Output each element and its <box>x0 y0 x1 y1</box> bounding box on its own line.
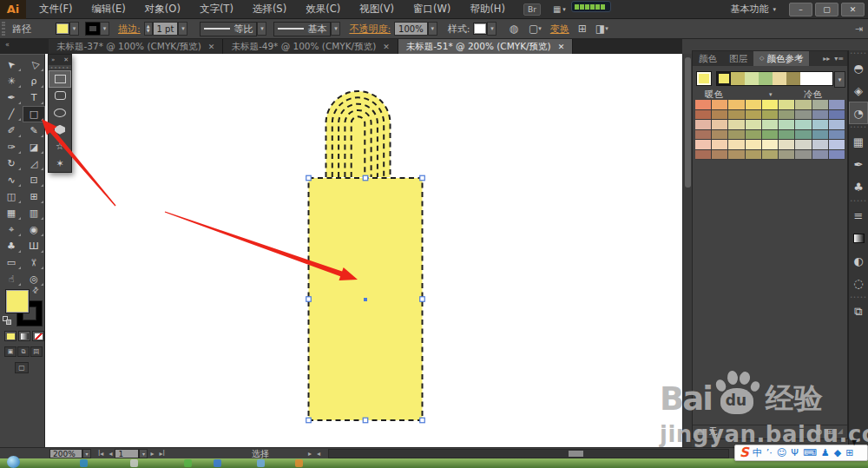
sogou-logo[interactable]: S <box>740 445 749 460</box>
taskbar-app-icon[interactable] <box>184 459 192 467</box>
harmony-color-swatch[interactable] <box>773 72 786 85</box>
control-bar-grip[interactable] <box>2 22 5 36</box>
magic-wand-tool[interactable]: ✳ <box>0 73 23 89</box>
flyout-close-icon[interactable]: ✕ <box>63 56 69 63</box>
layers-panel-icon[interactable]: ◈ <box>849 79 868 102</box>
gradient-mode-button[interactable] <box>18 331 30 341</box>
perspective-grid-tool[interactable]: ⊞ <box>23 188 45 205</box>
edit-colors-icon[interactable]: ◍ <box>815 427 822 436</box>
harmony-color-swatch[interactable] <box>717 72 731 85</box>
taskbar-app-icon[interactable] <box>80 459 88 467</box>
menu-item[interactable]: 文件(F) <box>30 0 82 18</box>
arrange-documents-icon[interactable]: ▦▾ <box>553 4 566 14</box>
scroll-left-button[interactable]: ◂ <box>314 450 323 458</box>
color-variation-swatch[interactable] <box>829 140 845 150</box>
draw-normal-button[interactable]: ▣ <box>4 346 16 357</box>
color-variation-swatch[interactable] <box>728 120 745 130</box>
color-variation-swatch[interactable] <box>746 140 762 150</box>
color-panel-icon[interactable]: ◓ <box>849 56 868 79</box>
save-color-group-icon[interactable]: ⊞ <box>826 427 833 436</box>
dock-grip[interactable]: ••••• <box>849 198 868 204</box>
panel-resize-grip[interactable]: ◢ <box>838 427 843 435</box>
color-variation-swatch[interactable] <box>762 150 779 161</box>
direct-selection-tool[interactable]: ▷ <box>23 56 45 73</box>
stroke-width-input[interactable]: 1 pt <box>153 22 179 36</box>
eyedropper-tool[interactable]: ⌖ <box>0 221 23 238</box>
document-tab[interactable]: 未标题-49* @ 100% (CMYK/预览)✕ <box>223 39 398 54</box>
color-variation-swatch[interactable] <box>779 120 795 130</box>
style-swatch[interactable] <box>473 23 487 35</box>
menu-item[interactable]: 文字(T) <box>190 0 243 18</box>
prev-artboard-button[interactable]: ◂ <box>106 450 115 458</box>
ime-chinese-icon[interactable]: 中 <box>753 445 762 460</box>
color-variation-swatch[interactable] <box>728 150 745 161</box>
rectangle-tool[interactable]: □ <box>23 106 45 122</box>
color-variation-swatch[interactable] <box>762 100 779 110</box>
select-similar-dropdown[interactable]: ▾ <box>538 25 542 32</box>
artboard-number-input[interactable]: 1 <box>115 449 139 458</box>
mesh-tool[interactable]: ▦ <box>0 205 23 221</box>
color-variation-swatch[interactable] <box>812 130 829 141</box>
fill-color-swatch[interactable] <box>56 23 69 35</box>
blend-tool[interactable]: ◉ <box>23 221 45 238</box>
draw-behind-button[interactable]: ⧉ <box>17 346 30 357</box>
shape-builder-tool[interactable]: ◫ <box>0 188 23 205</box>
color-variation-swatch[interactable] <box>795 120 812 130</box>
color-variation-swatch[interactable] <box>812 150 829 161</box>
menu-item[interactable]: 对象(O) <box>135 0 190 18</box>
color-variation-swatch[interactable] <box>795 140 812 150</box>
line-segment-tool[interactable]: ╱ <box>0 106 23 122</box>
star-tool[interactable]: ☆ <box>49 138 71 155</box>
collapse-tools-icon[interactable]: « <box>2 41 13 49</box>
first-artboard-button[interactable]: Ι◂ <box>95 450 106 458</box>
color-variation-swatch[interactable] <box>812 140 829 150</box>
color-variation-swatch[interactable] <box>829 120 845 130</box>
tab-color-guide[interactable]: ◇颜色参考 <box>753 51 809 66</box>
gradient-panel-icon[interactable] <box>849 227 868 249</box>
ime-account-icon[interactable]: ♟ <box>821 445 830 460</box>
blob-brush-tool[interactable]: ✑ <box>0 139 23 155</box>
opacity-link[interactable]: 不透明度: <box>349 23 391 36</box>
document-tab[interactable]: 未标题-37* @ 100% (CMYK/预览)✕ <box>49 39 223 54</box>
color-variation-swatch[interactable] <box>728 110 745 121</box>
color-variation-swatch[interactable] <box>779 140 795 150</box>
bridge-button[interactable]: Br <box>523 3 541 16</box>
width-profile-select[interactable]: 等比 <box>200 22 257 36</box>
color-variation-swatch[interactable] <box>746 130 762 141</box>
menu-item[interactable]: 编辑(E) <box>82 0 135 18</box>
color-variation-swatch[interactable] <box>746 150 762 161</box>
stroke-width-dropdown[interactable]: ▾ <box>178 22 187 36</box>
harmony-color-swatch[interactable] <box>759 72 773 85</box>
menu-item[interactable]: 视图(V) <box>350 0 404 18</box>
eraser-tool[interactable]: ◪ <box>23 139 45 155</box>
ime-emoji-icon[interactable]: ☺ <box>777 445 786 460</box>
select-similar-icon[interactable]: ▢ <box>529 23 538 35</box>
base-color-swatch[interactable] <box>696 71 712 86</box>
ime-skin-icon[interactable]: ◆ <box>834 445 841 460</box>
selection-tool[interactable]: ➤ <box>0 56 23 73</box>
color-variation-swatch[interactable] <box>829 150 845 161</box>
transform-link[interactable]: 变换 <box>550 23 569 36</box>
color-variation-swatch[interactable] <box>712 100 728 110</box>
opacity-dropdown[interactable]: ▾ <box>428 22 437 36</box>
color-variation-swatch[interactable] <box>695 150 712 161</box>
symbols-panel-icon[interactable]: ♣ <box>849 175 868 198</box>
color-variation-swatch[interactable] <box>695 130 712 141</box>
ime-toolbox-icon[interactable]: ⊞ <box>845 445 853 460</box>
color-variation-swatch[interactable] <box>795 130 812 141</box>
color-variation-swatch[interactable] <box>712 140 728 150</box>
stroke-dropdown-button[interactable]: ▾ <box>100 22 109 36</box>
symbol-sprayer-tool[interactable]: ♣ <box>0 238 23 254</box>
artboards-panel-icon[interactable]: ⧉ <box>849 300 868 323</box>
tab-layers[interactable]: 图层 <box>723 51 753 66</box>
color-variation-swatch[interactable] <box>812 110 829 121</box>
stroke-link[interactable]: 描边: <box>118 23 141 36</box>
workspace-switcher[interactable]: 基本功能▾ <box>730 3 776 16</box>
align-icon[interactable]: ⊞ <box>578 23 587 35</box>
taskbar-app-icon[interactable] <box>214 459 221 467</box>
variation-dropdown-icon[interactable]: ▾ <box>769 91 773 98</box>
pen-tool[interactable]: ✒ <box>0 89 23 106</box>
color-variation-swatch[interactable] <box>728 130 745 141</box>
ellipse-tool[interactable] <box>49 104 71 122</box>
collapse-control-panel-icon[interactable]: ⇥ <box>855 23 863 35</box>
